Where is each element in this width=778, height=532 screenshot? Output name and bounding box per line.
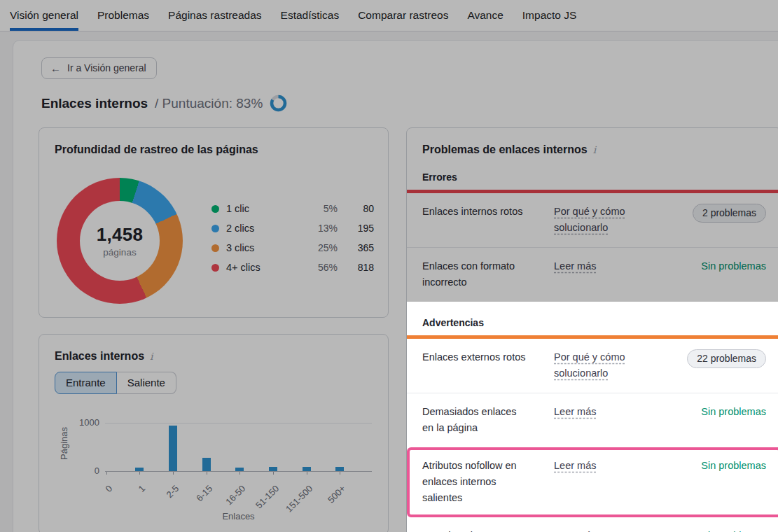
bar-16-50[interactable] [235, 468, 244, 471]
legend-percent: 25% [304, 242, 338, 253]
issue-help-link[interactable]: Por qué y cómo solucionarlo [554, 204, 659, 236]
issue-row: URL de enlace demasiado largasLeer másSi… [407, 517, 778, 532]
nav-tab-estad-sticas[interactable]: Estadísticas [281, 0, 340, 31]
x-tick-label-51-150: 51-150 [253, 483, 281, 510]
issues-card-title-text: Problemas de enlaces internos [422, 144, 588, 155]
y-axis-title: Páginas [59, 427, 69, 460]
donut-center: 1,458 páginas [80, 201, 160, 281]
issue-status: Sin problemas [659, 404, 766, 420]
x-tick [207, 472, 207, 475]
x-tick-label-500+: 500+ [326, 483, 347, 505]
crawl-depth-donut-chart: 1,458 páginas [57, 178, 183, 304]
legend-count: 818 [338, 262, 374, 273]
x-axis-line [105, 471, 372, 472]
issue-status: 22 problemas [659, 349, 766, 368]
legend-percent: 56% [304, 262, 338, 273]
page-score: / Puntuación: 83% [155, 96, 263, 111]
issues-sections: ErroresEnlaces internos rotosPor qué y c… [407, 156, 778, 532]
crawl-depth-card: Profundidad de rastreo de las páginas 1,… [39, 127, 389, 318]
bar-151-500[interactable] [303, 467, 311, 471]
legend-count: 195 [338, 223, 374, 234]
legend-percent: 5% [304, 203, 338, 214]
issues-section-advertencias: AdvertenciasEnlaces externos rotosPor qu… [407, 302, 778, 532]
internal-link-issues-card: Problemas de enlaces internosi ErroresEn… [406, 127, 778, 532]
issue-name: Demasiados enlaces en la página [422, 404, 529, 436]
x-tick-label-2-5: 2-5 [164, 483, 181, 500]
issue-row: Enlaces externos rotosPor qué y cómo sol… [407, 339, 778, 393]
crawl-depth-title: Profundidad de rastreo de las páginas [55, 144, 373, 156]
donut-total-label: páginas [103, 247, 136, 258]
nav-tab-impacto-js[interactable]: Impacto JS [522, 0, 577, 31]
score-progress-ring-icon [270, 94, 287, 112]
x-tick [139, 472, 140, 475]
gridline-1000 [105, 423, 372, 424]
internal-links-title-text: Enlaces internos [55, 350, 144, 362]
x-tick-label-1: 1 [137, 483, 148, 494]
bar-51-150[interactable] [269, 467, 277, 471]
internal-links-card: Enlaces internosi EntranteSaliente Págin… [39, 334, 389, 532]
section-header: Errores [407, 156, 778, 190]
legend-count: 365 [338, 242, 374, 253]
legend-percent: 13% [304, 223, 338, 234]
issue-row: Demasiados enlaces en la páginaLeer másS… [407, 393, 778, 447]
issue-name: Enlaces con formato incorrecto [422, 258, 529, 290]
legend-dot-icon [211, 225, 219, 232]
nav-tab-avance[interactable]: Avance [467, 0, 503, 31]
info-icon[interactable]: i [150, 351, 153, 362]
x-tick [307, 472, 307, 475]
issue-count-button[interactable]: 22 problemas [687, 349, 766, 368]
back-to-overview-button[interactable]: ← Ir a Visión general [41, 57, 157, 79]
issues-section-errores: ErroresEnlaces internos rotosPor qué y c… [407, 156, 778, 302]
x-tick [239, 472, 240, 475]
legend-row: 3 clics25%365 [211, 238, 374, 258]
x-tick [273, 472, 274, 475]
bar-2-5[interactable] [169, 426, 177, 471]
issue-name: URL de enlace demasiado largas [422, 528, 529, 532]
info-icon[interactable]: i [593, 144, 596, 155]
legend-count: 80 [338, 203, 374, 214]
x-tick-label-16-50: 16-50 [223, 483, 247, 507]
issue-status: Sin problemas [659, 458, 766, 474]
plot-area: 012-56-1516-5051-150151-500500+ [105, 423, 372, 472]
issue-help-link[interactable]: Leer más [554, 258, 659, 274]
legend-label: 3 clics [226, 242, 304, 253]
issue-help-link[interactable]: Leer más [554, 404, 659, 420]
legend-row: 1 clic5%80 [211, 199, 374, 218]
back-arrow-icon: ← [50, 63, 61, 74]
toggle-entrante[interactable]: Entrante [55, 372, 117, 394]
issue-name: Enlaces externos rotos [422, 349, 529, 365]
issue-status-ok: Sin problemas [701, 406, 766, 417]
issue-status: Sin problemas [659, 528, 766, 532]
x-tick [173, 472, 174, 475]
nav-tab-p-ginas-rastreadas[interactable]: Páginas rastreadas [168, 0, 262, 31]
page-header: Enlaces internos / Puntuación: 83% [41, 94, 778, 112]
toggle-saliente[interactable]: Saliente [117, 372, 176, 394]
nav-tab-problemas[interactable]: Problemas [97, 0, 149, 31]
issue-row: Enlaces internos rotosPor qué y cómo sol… [407, 193, 778, 247]
tour-highlight-box: Atributos nofollow en enlaces internos s… [407, 447, 778, 517]
issue-status: Sin problemas [659, 258, 766, 274]
issue-status-ok: Sin problemas [701, 260, 766, 272]
bar-500+[interactable] [335, 467, 344, 471]
y-tick-1000: 1000 [66, 417, 99, 428]
x-tick [106, 472, 107, 475]
issue-row: Atributos nofollow en enlaces internos s… [410, 450, 778, 514]
legend-dot-icon [211, 264, 219, 272]
legend-row: 2 clics13%195 [211, 218, 374, 238]
issue-help-link[interactable]: Por qué y cómo solucionarlo [554, 349, 659, 382]
back-button-label: Ir a Visión general [67, 62, 146, 74]
issue-count-button[interactable]: 2 problemas [693, 204, 766, 223]
nav-tab-visi-n-general[interactable]: Visión general [10, 0, 78, 31]
issue-help-link[interactable]: Leer más [554, 528, 659, 532]
legend-row: 4+ clics56%818 [211, 258, 374, 277]
internal-links-title: Enlaces internosi [55, 350, 373, 363]
bar-1[interactable] [135, 468, 144, 471]
x-tick-label-0: 0 [103, 483, 114, 494]
nav-tab-comparar-rastreos[interactable]: Comparar rastreos [358, 0, 448, 31]
x-tick [340, 472, 340, 475]
x-tick-label-6-15: 6-15 [194, 483, 214, 503]
bar-6-15[interactable] [202, 458, 211, 471]
legend-label: 1 clic [226, 203, 304, 214]
issue-help-link[interactable]: Leer más [554, 458, 659, 474]
issue-status-ok: Sin problemas [701, 460, 766, 471]
